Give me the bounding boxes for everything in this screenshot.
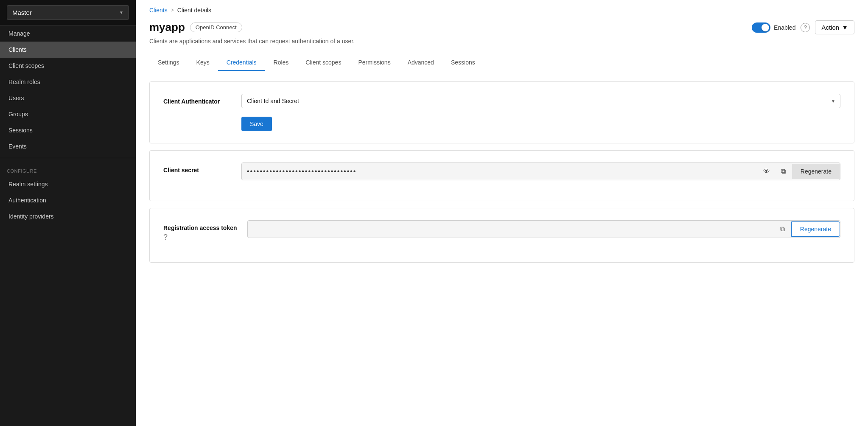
credentials-content: Client Authenticator Client Id and Secre… (136, 71, 868, 280)
copy-icon: ⧉ (781, 168, 786, 175)
secret-actions: 👁 ⧉ (758, 163, 792, 180)
sidebar-item-identity-providers[interactable]: Identity providers (0, 208, 136, 224)
tab-roles[interactable]: Roles (265, 55, 297, 71)
secret-input[interactable] (242, 163, 758, 179)
token-label-block: Registration access token ? (163, 220, 237, 242)
client-secret-section: Client secret 👁 ⧉ Regenerat (149, 150, 854, 201)
eye-icon: 👁 (763, 168, 770, 175)
help-icon[interactable]: ? (801, 23, 810, 32)
token-input[interactable] (248, 221, 774, 237)
sidebar-item-authentication[interactable]: Authentication (0, 192, 136, 208)
sidebar-item-clients[interactable]: Clients (0, 42, 136, 58)
registration-token-section: Registration access token ? ⧉ Regenerate (149, 208, 854, 263)
enabled-toggle[interactable] (752, 22, 770, 33)
action-chevron-icon: ▼ (842, 24, 848, 31)
authenticator-section: Client Authenticator Client Id and Secre… (149, 81, 854, 143)
tabs-bar: Settings Keys Credentials Roles Client s… (136, 48, 868, 71)
enabled-label: Enabled (774, 24, 795, 31)
sidebar-header: Master ▼ (0, 0, 136, 25)
breadcrumb-current: Client details (177, 7, 211, 14)
secret-row: Client secret 👁 ⧉ Regenerat (163, 163, 840, 180)
page-title: myapp (149, 21, 185, 34)
secret-input-wrapper: 👁 ⧉ Regenerate (241, 163, 840, 180)
realm-name: Master (12, 9, 32, 16)
save-row: Save (241, 117, 840, 131)
tab-keys[interactable]: Keys (188, 55, 218, 71)
page-header-left: myapp OpenID Connect (149, 21, 242, 34)
sidebar-divider (0, 158, 136, 158)
configure-section-label: Configure (0, 162, 136, 176)
save-button[interactable]: Save (241, 117, 272, 131)
action-button[interactable]: Action ▼ (815, 20, 854, 34)
authenticator-select-wrapper: Client Id and Secret (241, 94, 840, 108)
realm-chevron-icon: ▼ (119, 10, 123, 15)
tab-client-scopes[interactable]: Client scopes (297, 55, 350, 71)
token-row: Registration access token ? ⧉ Regenerate (163, 220, 840, 242)
breadcrumb: Clients > Client details (136, 0, 868, 14)
token-help-icon[interactable]: ? (163, 233, 237, 242)
secret-copy-button[interactable]: ⧉ (775, 163, 792, 180)
page-header-right: Enabled ? Action ▼ (752, 20, 854, 34)
page-header: myapp OpenID Connect Enabled ? Action ▼ (136, 14, 868, 34)
secret-label: Client secret (163, 163, 231, 174)
sidebar-nav: Manage Clients Client scopes Realm roles… (0, 25, 136, 224)
breadcrumb-separator: > (171, 7, 174, 13)
sidebar: Master ▼ Manage Clients Client scopes Re… (0, 0, 136, 426)
openid-connect-badge: OpenID Connect (190, 22, 242, 32)
token-copy-icon: ⧉ (780, 225, 785, 233)
breadcrumb-clients-link[interactable]: Clients (149, 7, 168, 14)
tab-permissions[interactable]: Permissions (350, 55, 399, 71)
sidebar-item-events[interactable]: Events (0, 138, 136, 154)
tab-credentials[interactable]: Credentials (218, 55, 265, 71)
token-regenerate-button[interactable]: Regenerate (791, 221, 840, 237)
secret-regenerate-button[interactable]: Regenerate (792, 164, 840, 179)
sidebar-item-groups[interactable]: Groups (0, 106, 136, 122)
tab-settings[interactable]: Settings (149, 55, 188, 71)
secret-control: 👁 ⧉ Regenerate (241, 163, 840, 180)
sidebar-item-client-scopes[interactable]: Client scopes (0, 58, 136, 74)
action-label: Action (821, 24, 839, 31)
secret-eye-button[interactable]: 👁 (758, 163, 775, 180)
sidebar-item-manage[interactable]: Manage (0, 25, 136, 42)
main-content: Clients > Client details myapp OpenID Co… (136, 0, 868, 426)
token-label: Registration access token (163, 220, 237, 231)
sidebar-item-users[interactable]: Users (0, 90, 136, 106)
authenticator-select[interactable]: Client Id and Secret (241, 94, 840, 108)
enabled-toggle-wrapper: Enabled (752, 22, 795, 33)
tab-advanced[interactable]: Advanced (399, 55, 442, 71)
token-input-wrapper: ⧉ Regenerate (247, 220, 840, 238)
authenticator-control: Client Id and Secret (241, 94, 840, 108)
tab-sessions[interactable]: Sessions (442, 55, 484, 71)
sidebar-item-sessions[interactable]: Sessions (0, 122, 136, 138)
authenticator-label: Client Authenticator (163, 94, 231, 105)
realm-selector[interactable]: Master ▼ (7, 5, 129, 20)
token-copy-button[interactable]: ⧉ (774, 221, 791, 238)
token-control: ⧉ Regenerate (247, 220, 840, 238)
authenticator-row: Client Authenticator Client Id and Secre… (163, 94, 840, 108)
sidebar-item-realm-roles[interactable]: Realm roles (0, 74, 136, 90)
sidebar-item-realm-settings[interactable]: Realm settings (0, 176, 136, 192)
page-subtitle: Clients are applications and services th… (136, 34, 868, 45)
